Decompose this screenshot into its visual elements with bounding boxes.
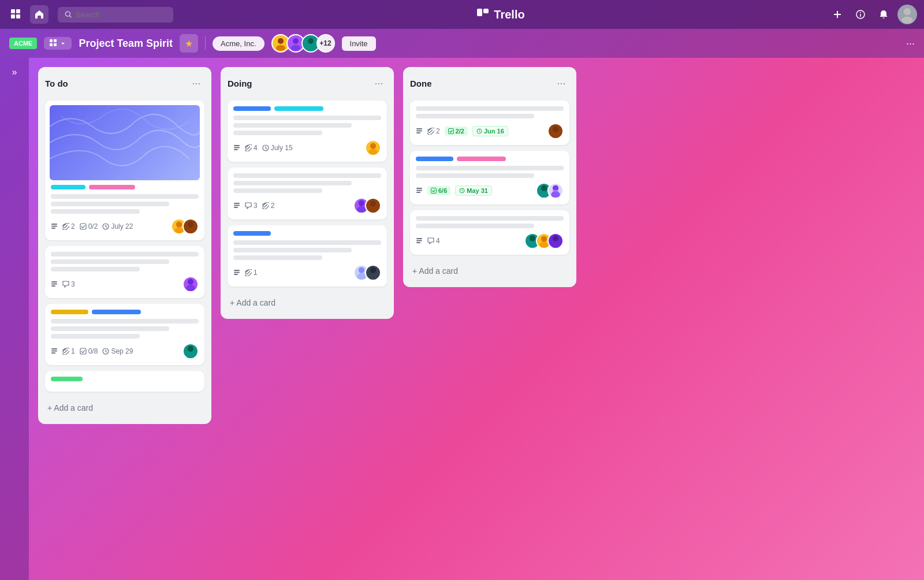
svg-rect-67 xyxy=(416,131,422,132)
column-title-done: Done xyxy=(410,79,432,88)
attachments-count: 1 xyxy=(245,269,258,277)
svg-rect-60 xyxy=(234,272,240,273)
card-line xyxy=(416,173,534,178)
card-line xyxy=(51,209,140,214)
comments-count: 4 xyxy=(427,237,440,245)
column-todo: To do ··· xyxy=(38,67,211,424)
svg-line-5 xyxy=(70,16,72,17)
description-icon xyxy=(233,269,240,276)
svg-rect-6 xyxy=(477,9,482,16)
attachments-count: 2 xyxy=(427,127,440,135)
card-todo-1[interactable]: 2 0/2 July 22 xyxy=(45,101,204,240)
board-area: To do ··· xyxy=(29,58,924,580)
card-image xyxy=(50,105,200,180)
grid-icon[interactable] xyxy=(7,5,25,24)
attachments-count: 1 xyxy=(62,347,75,355)
card-done-3[interactable]: 4 xyxy=(410,210,569,255)
card-line xyxy=(233,255,322,260)
svg-rect-34 xyxy=(51,281,57,282)
description-icon xyxy=(416,128,423,135)
add-card-button-done[interactable]: + Add a card xyxy=(410,262,569,280)
user-avatar[interactable] xyxy=(897,5,917,24)
nav-right xyxy=(828,5,917,24)
workspace-chip[interactable]: Acme, Inc. xyxy=(213,36,264,51)
card-lines xyxy=(233,116,381,135)
card-avatars xyxy=(365,140,381,156)
svg-point-44 xyxy=(188,346,193,352)
card-doing-1[interactable]: 4 July 15 xyxy=(228,101,387,162)
svg-rect-0 xyxy=(11,9,15,13)
svg-point-19 xyxy=(278,38,284,44)
svg-rect-26 xyxy=(51,226,57,227)
column-menu-doing[interactable]: ··· xyxy=(371,75,387,91)
card-lines xyxy=(416,166,564,178)
column-doing: Doing ··· xyxy=(221,67,394,319)
card-avatars xyxy=(182,343,199,359)
card-done-2[interactable]: 6/6 May 31 xyxy=(410,151,569,205)
card-avatar xyxy=(182,343,199,359)
date-badge-done: Jun 16 xyxy=(472,126,508,136)
card-line xyxy=(233,123,352,128)
svg-rect-28 xyxy=(80,224,86,229)
card-line xyxy=(233,181,352,185)
card-doing-2[interactable]: 3 2 xyxy=(228,168,387,220)
svg-point-81 xyxy=(551,191,560,198)
card-meta: 1 0/8 Sep 29 xyxy=(51,343,199,359)
svg-rect-82 xyxy=(416,238,422,239)
svg-point-87 xyxy=(541,236,547,241)
search-bar[interactable] xyxy=(58,7,173,23)
column-menu-todo[interactable]: ··· xyxy=(188,75,204,91)
card-todo-3[interactable]: 1 0/8 Sep 29 xyxy=(45,304,204,365)
svg-rect-53 xyxy=(234,205,240,206)
card-avatar xyxy=(547,233,564,249)
svg-point-14 xyxy=(901,17,912,24)
description-icon xyxy=(51,223,58,230)
card-lines xyxy=(51,319,199,339)
svg-point-38 xyxy=(186,285,195,291)
star-button[interactable]: ★ xyxy=(180,34,198,53)
board-title: Project Team Spirit xyxy=(79,38,173,50)
card-meta: 2 0/2 July 22 xyxy=(51,218,199,235)
add-card-button-todo[interactable]: + Add a card xyxy=(45,399,204,417)
card-line xyxy=(233,240,381,245)
card-lines xyxy=(416,106,564,118)
column-header-done: Done ··· xyxy=(410,74,569,95)
workspace-badge[interactable]: ACME xyxy=(9,38,37,49)
add-card-button-doing[interactable]: + Add a card xyxy=(228,293,387,312)
divider xyxy=(205,36,206,50)
card-doing-3[interactable]: 1 xyxy=(228,225,387,287)
search-input[interactable] xyxy=(76,10,166,19)
board-more-button[interactable]: ··· xyxy=(906,38,915,50)
svg-point-22 xyxy=(291,45,300,51)
column-menu-done[interactable]: ··· xyxy=(553,75,569,91)
card-line xyxy=(51,267,140,272)
description-icon xyxy=(51,281,58,288)
tag xyxy=(51,377,83,381)
tag xyxy=(233,106,271,111)
invite-button[interactable]: Invite xyxy=(342,36,376,51)
svg-point-21 xyxy=(293,38,299,44)
card-avatars xyxy=(524,233,564,249)
svg-rect-25 xyxy=(51,224,57,225)
svg-point-13 xyxy=(904,8,911,15)
card-line xyxy=(233,188,322,193)
card-avatar xyxy=(547,183,564,199)
card-avatars xyxy=(547,123,564,139)
app-logo: Trello xyxy=(178,8,824,21)
info-button[interactable] xyxy=(851,5,870,24)
add-button[interactable] xyxy=(828,5,847,24)
svg-point-55 xyxy=(359,200,364,206)
card-lines xyxy=(51,252,199,272)
svg-point-90 xyxy=(551,241,560,248)
card-done-1[interactable]: 2 2/2 Jun 16 xyxy=(410,101,569,145)
bell-button[interactable] xyxy=(874,5,893,24)
view-toggle[interactable] xyxy=(44,37,72,50)
home-icon[interactable] xyxy=(30,5,49,24)
members-more-badge[interactable]: +12 xyxy=(316,34,335,53)
card-line xyxy=(416,216,564,221)
card-todo-2[interactable]: 3 xyxy=(45,246,204,298)
card-line xyxy=(51,259,169,264)
card-avatars xyxy=(353,198,381,214)
card-todo-4[interactable] xyxy=(45,371,204,392)
sidebar-toggle[interactable]: » xyxy=(12,67,17,77)
